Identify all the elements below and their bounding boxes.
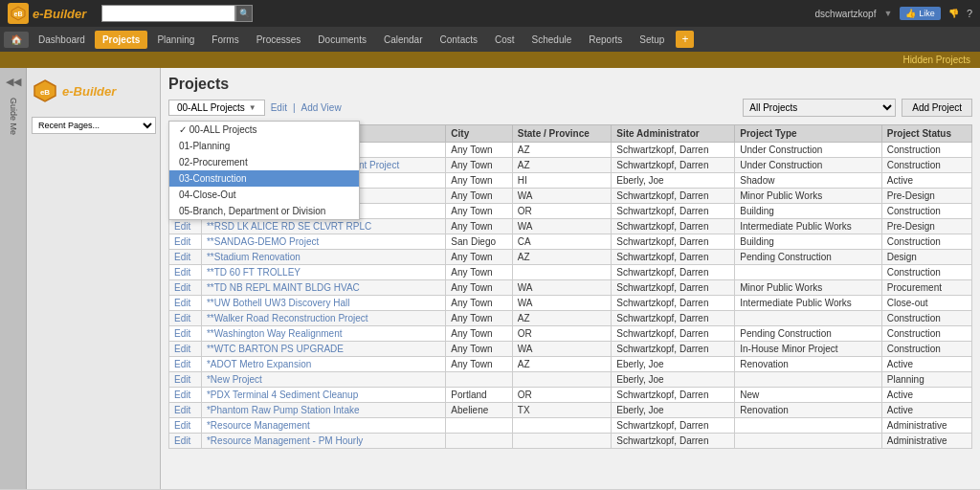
admin-cell: Schwartzkopf, Darren (612, 158, 735, 173)
edit-link[interactable]: Edit (174, 282, 190, 293)
edit-link[interactable]: Edit (174, 221, 190, 232)
nav-setup[interactable]: Setup (632, 31, 672, 49)
state-cell: WA (512, 280, 612, 296)
project-name-link[interactable]: **TD 60 FT TROLLEY (207, 267, 301, 278)
city-cell: Any Town (446, 189, 512, 204)
status-cell: Pre-Design (881, 189, 971, 204)
nav-planning[interactable]: Planning (149, 31, 202, 49)
project-name-link[interactable]: *PDX Terminal 4 Sediment Cleanup (207, 390, 358, 400)
edit-link[interactable]: Edit (174, 236, 190, 247)
project-name-link[interactable]: *Phantom Raw Pump Station Intake (207, 405, 360, 415)
filter-dropdown-arrow: ▼ (249, 103, 256, 112)
project-name-link[interactable]: **TD NB REPL MAINT BLDG HVAC (207, 282, 360, 293)
edit-cell: Edit (169, 342, 202, 357)
table-row: Edit **RSD LK ALICE RD SE CLVRT RPLC Any… (169, 219, 972, 234)
project-name-link[interactable]: *Resource Management (207, 420, 310, 431)
nav-schedule[interactable]: Schedule (524, 31, 580, 49)
type-cell: Pending Construction (735, 326, 881, 342)
edit-link[interactable]: Edit (174, 374, 190, 385)
filter-item-construction[interactable]: 03-Construction (169, 170, 359, 187)
nav-calendar[interactable]: Calendar (376, 31, 431, 49)
edit-link[interactable]: Edit (174, 298, 190, 308)
edit-link[interactable]: Edit (174, 390, 190, 400)
project-name-link[interactable]: **Washington Way Realignment (207, 328, 343, 339)
filter-item-all[interactable]: 00-ALL Projects (169, 122, 359, 138)
nav-dashboard[interactable]: Dashboard (31, 31, 93, 49)
filter-item-branch[interactable]: 05-Branch, Department or Division (169, 203, 359, 219)
search-button[interactable]: 🔍 (235, 5, 253, 22)
status-cell: Construction (881, 234, 971, 250)
nav-processes[interactable]: Processes (249, 31, 309, 49)
admin-cell: Eberly, Joe (612, 357, 735, 372)
search-bar[interactable]: 🔍 (101, 5, 253, 22)
add-project-button[interactable]: Add Project (902, 99, 972, 117)
nav-projects[interactable]: Projects (95, 31, 147, 49)
recent-pages-dropdown[interactable]: Recent Pages... (32, 117, 156, 134)
edit-link[interactable]: Edit (174, 359, 190, 369)
project-name-link[interactable]: **UW Bothell UW3 Discovery Hall (207, 298, 349, 308)
table-row: Edit **Washington Way Realignment Any To… (169, 326, 972, 342)
nav-reports[interactable]: Reports (581, 31, 630, 49)
status-cell: Administrative (881, 434, 971, 449)
nav-add-button[interactable]: + (676, 31, 694, 48)
like-button[interactable]: 👍 Like (900, 7, 941, 20)
project-name-link[interactable]: **RSD LK ALICE RD SE CLVRT RPLC (207, 221, 371, 232)
edit-link[interactable]: Edit (174, 252, 190, 262)
state-cell: HI (512, 173, 612, 189)
guide-me-label[interactable]: Guide Me (9, 98, 18, 135)
type-cell: Building (735, 204, 881, 219)
edit-link[interactable]: Edit (174, 405, 190, 415)
edit-link[interactable]: Edit (174, 420, 190, 431)
edit-link[interactable]: Edit (174, 267, 190, 278)
project-name-link[interactable]: **SANDAG-DEMO Project (207, 236, 319, 247)
edit-link[interactable]: Edit (174, 435, 190, 446)
nav-documents[interactable]: Documents (310, 31, 374, 49)
edit-link[interactable]: Edit (174, 313, 190, 323)
hidden-projects-label: Hidden Projects (902, 55, 970, 65)
nav-cost[interactable]: Cost (487, 31, 523, 49)
edit-view-link[interactable]: Edit (271, 102, 287, 113)
add-view-link[interactable]: Add View (301, 102, 342, 113)
help-button[interactable]: ? (967, 8, 972, 19)
project-name-link[interactable]: **WTC BARTON PS UPGRADE (207, 344, 344, 354)
state-cell: AZ (512, 357, 612, 372)
filter-dropdown-container: 00-ALL Projects ▼ 00-ALL Projects 01-Pla… (168, 100, 265, 116)
table-row: Edit **TD 60 FT TROLLEY Any Town Schwart… (169, 265, 972, 280)
thumbs-down-icon[interactable]: 👎 (948, 9, 959, 18)
username-dropdown[interactable]: ▼ (883, 9, 892, 18)
filter-item-closeout[interactable]: 04-Close-Out (169, 187, 359, 203)
project-name-link[interactable]: *New Project (207, 374, 262, 385)
filter-dropdown-button[interactable]: 00-ALL Projects ▼ (168, 100, 265, 116)
state-cell (512, 418, 612, 434)
side-logo-icon: eB (32, 78, 58, 104)
project-name-link[interactable]: *ADOT Metro Expansion (207, 359, 311, 369)
edit-link[interactable]: Edit (174, 328, 190, 339)
city-cell: Any Town (446, 158, 512, 173)
nav-contacts[interactable]: Contacts (433, 31, 485, 49)
project-name-cell: **RSD LK ALICE RD SE CLVRT RPLC (201, 219, 445, 234)
project-name-link[interactable]: **Walker Road Reconstruction Project (207, 313, 368, 323)
project-name-cell: **TD NB REPL MAINT BLDG HVAC (201, 280, 445, 296)
filter-item-planning[interactable]: 01-Planning (169, 138, 359, 154)
filter-item-procurement[interactable]: 02-Procurement (169, 154, 359, 170)
edit-cell: Edit (169, 296, 202, 311)
edit-link[interactable]: Edit (174, 344, 190, 354)
project-name-link[interactable]: *Resource Management - PM Hourly (207, 435, 363, 446)
project-name-cell: **Walker Road Reconstruction Project (201, 311, 445, 326)
search-input[interactable] (101, 5, 235, 22)
edit-cell: Edit (169, 311, 202, 326)
project-name-cell: **Washington Way Realignment (201, 326, 445, 342)
nav-forms[interactable]: Forms (204, 31, 246, 49)
sidebar-collapse-icon[interactable]: ◀◀ (6, 76, 21, 88)
nav-home-button[interactable]: 🏠 (4, 32, 29, 48)
type-cell (735, 372, 881, 388)
project-name-link[interactable]: **Stadium Renovation (207, 252, 301, 262)
all-projects-select[interactable]: All Projects (743, 99, 896, 117)
table-row: Edit **SANDAG-DEMO Project San Diego CA … (169, 234, 972, 250)
type-cell (735, 311, 881, 326)
status-cell: Construction (881, 158, 971, 173)
city-cell: Portland (446, 388, 512, 403)
city-cell: Any Town (446, 296, 512, 311)
status-cell: Pre-Design (881, 219, 971, 234)
state-cell: WA (512, 189, 612, 204)
